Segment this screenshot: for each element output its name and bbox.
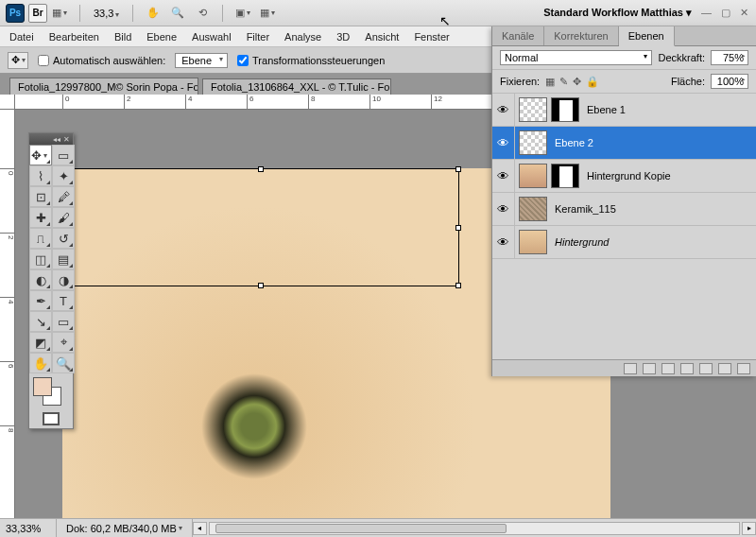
tool-3d[interactable]: ◩ (29, 332, 52, 353)
layer-name[interactable]: Ebene 1 (583, 104, 626, 115)
auto-select-checkbox[interactable]: Automatisch auswählen: (38, 55, 165, 66)
tool-gradient[interactable]: ▤ (52, 249, 75, 269)
maximize-button[interactable]: ▢ (719, 7, 732, 19)
visibility-toggle[interactable]: 👁 (492, 226, 515, 258)
mask-icon[interactable] (662, 363, 675, 374)
scrollbar-thumb[interactable] (215, 524, 507, 533)
document-tab[interactable]: Fotolia_12997800_M© Sorin Popa - Fotolia… (9, 78, 198, 95)
menu-bearbeiten[interactable]: Bearbeiten (49, 31, 99, 43)
hand-icon[interactable]: ✋ (145, 5, 162, 22)
blend-mode-select[interactable]: Normal (500, 50, 652, 65)
layer-row[interactable]: 👁Ebene 1 (492, 94, 756, 127)
tool-hand[interactable]: ✋ (29, 353, 52, 373)
tool-path[interactable]: ↘ (29, 311, 52, 332)
layer-row[interactable]: 👁Keramik_115 (492, 193, 756, 226)
tool-zoom[interactable]: 🔍 (52, 353, 75, 373)
tool-3dcam[interactable]: ⌖ (52, 332, 75, 353)
lock-pixels-icon[interactable]: ✎ (559, 76, 568, 88)
tool-preset[interactable]: ✥ (8, 52, 28, 69)
layer-row[interactable]: 👁Hintergrund (492, 226, 756, 259)
menu-datei[interactable]: Datei (9, 31, 34, 43)
layer-mask-thumbnail[interactable] (551, 164, 579, 188)
layer-name[interactable]: Hintergrund (551, 236, 609, 248)
tool-type[interactable]: T (52, 290, 75, 311)
tab-layers[interactable]: Ebenen (619, 26, 675, 46)
ruler-origin[interactable] (0, 95, 15, 110)
tool-marquee[interactable]: ▭ (52, 145, 75, 165)
layer-thumbnail[interactable] (519, 230, 547, 254)
visibility-toggle[interactable]: 👁 (492, 127, 515, 159)
ruler-vertical[interactable]: 0 2 4 6 8 (0, 110, 15, 518)
zoom-icon[interactable]: 🔍 (169, 5, 186, 22)
layer-name[interactable]: Ebene 2 (551, 137, 593, 148)
palette-header[interactable]: ◂◂ ✕ (29, 133, 73, 145)
rotate-icon[interactable]: ⟲ (194, 5, 211, 22)
fill-input[interactable]: 100% (711, 74, 748, 89)
layer-thumbnail[interactable] (519, 97, 547, 122)
layer-thumbnail[interactable] (519, 130, 547, 155)
scroll-right-button[interactable]: ▸ (742, 522, 756, 535)
foreground-swatch[interactable] (33, 377, 52, 396)
menu-analyse[interactable]: Analyse (284, 31, 321, 43)
scrollbar-horizontal[interactable] (209, 522, 740, 535)
tab-adjustments[interactable]: Korrekturen (544, 26, 618, 45)
transform-handle[interactable] (258, 283, 264, 288)
layer-name[interactable]: Hintergrund Kopie (583, 170, 671, 182)
tool-blur[interactable]: ◐ (29, 269, 52, 290)
lock-transparency-icon[interactable]: ▦ (545, 76, 555, 88)
tool-stamp[interactable]: ⎍ (29, 228, 52, 249)
film-icon[interactable]: ▦ (51, 5, 68, 22)
status-zoom[interactable]: 33,33% (0, 519, 57, 537)
color-swatches[interactable] (29, 373, 73, 409)
transform-handle[interactable] (455, 225, 461, 231)
layer-row[interactable]: 👁Hintergrund Kopie (492, 160, 756, 193)
tool-eraser[interactable]: ◫ (29, 249, 52, 269)
menu-fenster[interactable]: Fenster (414, 31, 449, 43)
menu-ansicht[interactable]: Ansicht (365, 31, 399, 43)
adjustment-layer-icon[interactable] (680, 363, 694, 374)
link-layers-icon[interactable] (624, 363, 637, 374)
tool-history[interactable]: ↺ (52, 228, 75, 249)
menu-bild[interactable]: Bild (114, 31, 131, 43)
ps-logo[interactable]: Ps (6, 4, 25, 23)
lock-position-icon[interactable]: ✥ (573, 76, 581, 88)
zoom-level[interactable]: 33,3 (88, 8, 125, 19)
quickmask-toggle[interactable] (43, 412, 60, 425)
opacity-input[interactable]: 75% (711, 50, 748, 65)
auto-select-target[interactable]: Ebene (175, 53, 228, 68)
tool-eyedropper[interactable]: 🖉 (52, 186, 75, 207)
status-doc-info[interactable]: Dok: 60,2 MB/340,0 MB (57, 519, 193, 537)
tool-dodge[interactable]: ◑ (52, 269, 75, 290)
transform-handle[interactable] (455, 283, 461, 288)
collapse-icon[interactable]: ◂◂ (53, 135, 60, 144)
menu-auswahl[interactable]: Auswahl (192, 31, 232, 43)
delete-layer-icon[interactable] (737, 363, 750, 374)
close-button[interactable]: ✕ (738, 7, 750, 19)
arrange-icon[interactable]: ▦ (259, 5, 276, 22)
tool-lasso[interactable]: ⌇ (29, 165, 52, 186)
menu-ebene[interactable]: Ebene (146, 31, 177, 43)
layer-thumbnail[interactable] (519, 197, 547, 221)
transform-box[interactable] (62, 168, 459, 286)
minimize-button[interactable]: — (699, 7, 713, 19)
layer-thumbnail[interactable] (519, 164, 547, 188)
new-layer-icon[interactable] (718, 363, 731, 374)
close-icon[interactable]: ✕ (63, 135, 70, 144)
scroll-left-button[interactable]: ◂ (193, 522, 207, 535)
menu-3d[interactable]: 3D (336, 31, 350, 43)
layer-row[interactable]: 👁Ebene 2 (492, 127, 756, 160)
tool-brush[interactable]: 🖌 (52, 207, 75, 228)
fx-icon[interactable] (643, 363, 656, 374)
tab-channels[interactable]: Kanäle (492, 26, 544, 45)
document-tab[interactable]: Fotolia_13106864_XXL - © T.Tulic - Fo (202, 78, 391, 95)
layer-mask-thumbnail[interactable] (551, 97, 579, 122)
tool-pen[interactable]: ✒ (29, 290, 52, 311)
transform-controls-checkbox[interactable]: Transformationssteuerungen (237, 55, 385, 66)
transform-handle[interactable] (258, 166, 264, 172)
screen-mode-icon[interactable]: ▣ (234, 5, 251, 22)
tool-move[interactable]: ✥ (29, 145, 52, 165)
tool-wand[interactable]: ✦ (52, 165, 75, 186)
tool-shape[interactable]: ▭ (52, 311, 75, 332)
lock-all-icon[interactable]: 🔒 (586, 76, 599, 88)
visibility-toggle[interactable]: 👁 (492, 193, 515, 225)
